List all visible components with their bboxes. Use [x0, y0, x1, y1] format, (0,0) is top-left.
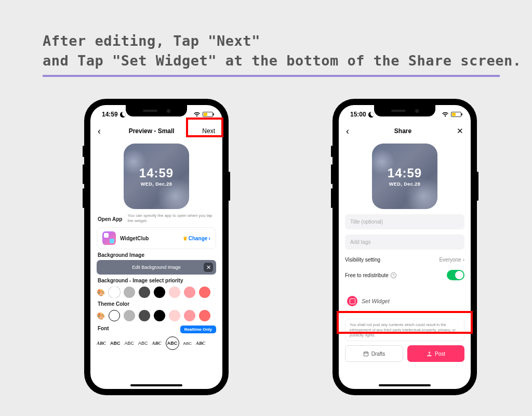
- font-label: Font: [98, 326, 109, 331]
- font-option[interactable]: ABC: [110, 341, 121, 346]
- set-widget-label: Set Widget: [362, 298, 390, 304]
- dnd-icon: [368, 112, 374, 118]
- heading-line-2: and Tap "Set Widget" at the bottom of th…: [43, 51, 522, 71]
- svg-rect-0: [364, 352, 368, 356]
- color-swatch[interactable]: [199, 310, 210, 321]
- wifi-icon: [442, 112, 449, 117]
- nav-bar: ‹ Preview - Small Next: [90, 122, 222, 140]
- color-swatch[interactable]: [109, 287, 120, 298]
- redistribute-label: Free to redistribute: [345, 272, 389, 278]
- open-app-subtext: You can specify the app to open when you…: [127, 213, 216, 224]
- font-option-selected[interactable]: ABC: [166, 336, 179, 350]
- color-swatch[interactable]: [154, 287, 165, 298]
- heading-line-1: After editing, Tap "Next": [43, 31, 522, 51]
- color-swatch[interactable]: [139, 310, 150, 321]
- drafts-icon: [363, 351, 369, 357]
- chevron-right-icon: ›: [208, 235, 210, 241]
- palette-icon[interactable]: 🎨: [97, 312, 105, 320]
- color-swatch[interactable]: [199, 287, 210, 298]
- font-row: ABC ABC ABC ABC ABC ABC ABC ABC: [97, 336, 216, 350]
- nav-title: Share: [394, 127, 411, 135]
- bg-priority-label: Background - Image select priority: [98, 278, 215, 283]
- app-name: WidgetClub: [120, 236, 179, 241]
- tags-input[interactable]: Add tags: [345, 235, 464, 250]
- widget-time: 14:59: [139, 166, 174, 180]
- widget-date: WED, Dec.28: [389, 181, 421, 187]
- battery-icon: [203, 112, 213, 117]
- widget-preview: 14:59 WED, Dec.28: [372, 144, 437, 209]
- widget-time: 14:59: [388, 166, 422, 180]
- phone-notch: [126, 105, 187, 116]
- font-option[interactable]: ABC: [196, 341, 205, 346]
- help-icon[interactable]: ?: [391, 272, 396, 278]
- font-option[interactable]: ABC: [183, 341, 192, 346]
- font-option[interactable]: ABC: [97, 341, 106, 346]
- edit-bg-button[interactable]: Edit Background Image ✕: [97, 260, 216, 275]
- color-swatch[interactable]: [124, 287, 135, 298]
- disclaimer-text: You shall not post any contents which co…: [345, 319, 464, 341]
- next-button[interactable]: Next: [202, 127, 215, 135]
- visibility-value: Everyone: [439, 257, 461, 263]
- drafts-button[interactable]: Drafts: [345, 345, 403, 362]
- phone-preview: 14:59 ‹ Preview - Small Next 14:59 WED, …: [84, 99, 229, 395]
- color-swatch[interactable]: [169, 287, 180, 298]
- realtime-badge[interactable]: Realtime Only: [180, 326, 216, 333]
- app-icon: [102, 231, 116, 245]
- theme-color-label: Theme Color: [98, 301, 215, 307]
- nav-bar: ‹ Share ✕: [339, 122, 471, 140]
- status-time: 14:59: [102, 111, 118, 118]
- phone-share: 15:00 ‹ Share ✕ 14:59 WED, Dec.28 Title …: [332, 99, 477, 395]
- color-swatch[interactable]: [109, 310, 120, 321]
- color-swatch[interactable]: [184, 287, 195, 298]
- redistribute-toggle[interactable]: [447, 270, 464, 280]
- wifi-icon: [193, 112, 201, 117]
- instruction-heading: After editing, Tap "Next" and Tap "Set W…: [43, 31, 522, 71]
- phone-notch: [374, 105, 435, 116]
- color-swatch[interactable]: [139, 287, 150, 298]
- color-swatch[interactable]: [154, 310, 165, 321]
- nav-title: Preview - Small: [129, 127, 175, 135]
- color-swatch[interactable]: [124, 310, 135, 321]
- crown-icon: ♛: [183, 236, 188, 241]
- font-option[interactable]: ABC: [152, 341, 162, 346]
- back-button[interactable]: ‹: [346, 126, 349, 137]
- set-widget-button[interactable]: Set Widget: [345, 291, 464, 311]
- heading-underline: [43, 75, 500, 77]
- open-app-label: Open App: [98, 216, 122, 222]
- change-button[interactable]: ♛ Change ›: [183, 235, 210, 241]
- dnd-icon: [120, 112, 126, 118]
- home-indicator: [379, 384, 431, 386]
- home-indicator: [130, 384, 182, 386]
- battery-icon: [451, 112, 461, 117]
- color-swatch[interactable]: [184, 310, 195, 321]
- post-button[interactable]: Post: [407, 345, 464, 362]
- color-swatch[interactable]: [169, 310, 180, 321]
- close-icon[interactable]: ✕: [204, 263, 213, 272]
- theme-color-swatches: 🎨: [97, 310, 216, 321]
- redistribute-setting: Free to redistribute ?: [345, 270, 464, 280]
- visibility-setting[interactable]: Visibility setting Everyone ›: [345, 257, 464, 263]
- back-button[interactable]: ‹: [98, 126, 101, 137]
- widget-preview: 14:59 WED, Dec.28: [124, 144, 189, 209]
- bg-image-label: Background Image: [98, 252, 215, 258]
- chevron-right-icon: ›: [463, 257, 464, 263]
- widget-date: WED, Dec.28: [141, 181, 172, 187]
- post-icon: [427, 351, 432, 357]
- font-option[interactable]: ABC: [138, 341, 148, 346]
- set-widget-icon: [347, 296, 357, 306]
- font-option[interactable]: ABC: [125, 341, 135, 346]
- close-button[interactable]: ✕: [457, 126, 463, 136]
- open-app-card[interactable]: WidgetClub ♛ Change ›: [97, 227, 216, 249]
- visibility-label: Visibility setting: [345, 257, 380, 263]
- title-input[interactable]: Title (optional): [345, 214, 464, 229]
- bg-priority-swatches: 🎨: [97, 287, 216, 298]
- status-time: 15:00: [350, 111, 366, 118]
- palette-icon[interactable]: 🎨: [97, 289, 105, 296]
